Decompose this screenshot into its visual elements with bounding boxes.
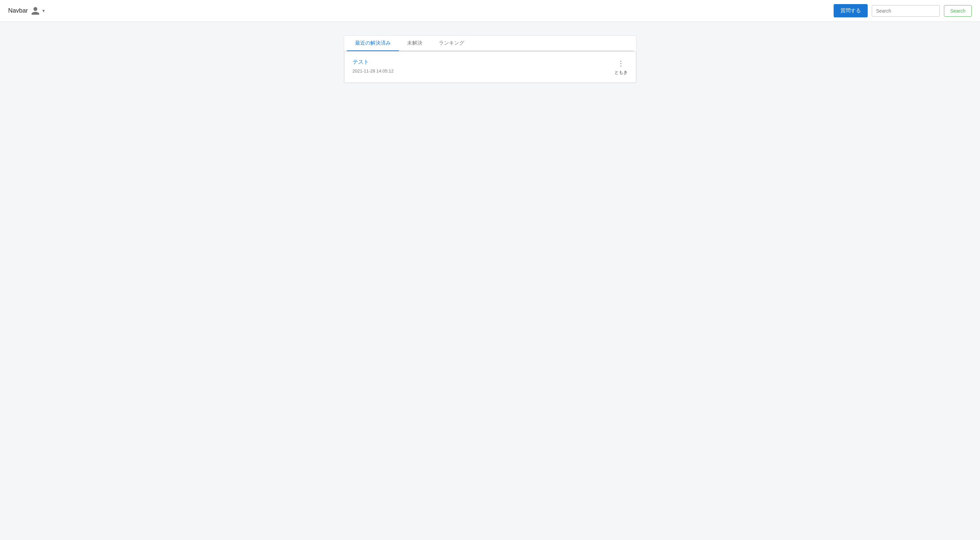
question-date: 2021-11-28 14:05:12 <box>353 68 614 73</box>
question-author: ともき <box>614 70 628 76</box>
tab-unresolved[interactable]: 未解決 <box>399 36 431 51</box>
navbar: Navbar ▼ 質問する Search <box>0 0 980 22</box>
main-content: 最近の解決済み 未解決 ランキング テスト 2021-11-28 14:05:1… <box>337 22 643 97</box>
search-input[interactable] <box>872 5 940 17</box>
more-options-button[interactable]: ⋮ <box>616 59 626 68</box>
chevron-down-icon: ▼ <box>41 8 46 13</box>
question-meta: ⋮ ともき <box>614 59 628 76</box>
tab-recent-resolved[interactable]: 最近の解決済み <box>347 36 399 51</box>
tabs-and-content: 最近の解決済み 未解決 ランキング テスト 2021-11-28 14:05:1… <box>344 35 636 83</box>
user-menu[interactable]: ▼ <box>31 6 46 16</box>
search-button[interactable]: Search <box>944 5 972 17</box>
navbar-right: 質問する Search <box>834 4 972 18</box>
question-card: テスト 2021-11-28 14:05:12 ⋮ ともき <box>344 51 636 83</box>
tabs: 最近の解決済み 未解決 ランキング <box>347 36 633 51</box>
question-info: テスト 2021-11-28 14:05:12 <box>353 59 614 73</box>
navbar-brand: Navbar <box>8 7 28 14</box>
tab-ranking[interactable]: ランキング <box>431 36 473 51</box>
tabs-wrapper: 最近の解決済み 未解決 ランキング <box>344 36 636 51</box>
question-title[interactable]: テスト <box>353 59 614 66</box>
user-icon <box>31 6 40 16</box>
navbar-left: Navbar ▼ <box>8 6 46 16</box>
ask-question-button[interactable]: 質問する <box>834 4 868 18</box>
